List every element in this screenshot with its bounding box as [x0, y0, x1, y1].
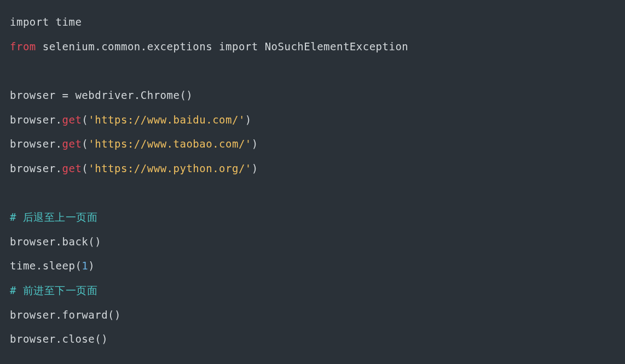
- token-plain: NoSuchElementException: [258, 40, 409, 52]
- token-string: 'https://www.python.org/': [88, 162, 251, 174]
- token-comment: # 前进至下一页面: [10, 284, 97, 296]
- token-call: get: [62, 114, 82, 126]
- token-plain: browser.back(): [10, 236, 101, 248]
- token-plain: browser.: [10, 138, 62, 150]
- token-paren: (: [82, 114, 88, 126]
- code-line: [10, 58, 615, 83]
- token-plain: time.sleep(: [10, 260, 82, 272]
- token-plain: browser = webdriver.Chrome(): [10, 89, 193, 101]
- code-line: from selenium.common.exceptions import N…: [10, 34, 615, 59]
- code-line: time.sleep(1): [10, 254, 615, 278]
- code-line: # 后退至上一页面: [10, 205, 615, 230]
- token-plain: browser.close(): [10, 333, 108, 345]
- token-call: get: [62, 138, 82, 150]
- token-num: 1: [82, 260, 88, 272]
- token-paren: ): [245, 114, 252, 126]
- code-line: # 前进至下一页面: [10, 278, 615, 303]
- token-plain: [10, 186, 16, 198]
- code-line: import time: [10, 10, 615, 34]
- token-plain: ): [88, 260, 95, 272]
- token-paren: ): [252, 138, 258, 150]
- code-block: import timefrom selenium.common.exceptio…: [0, 0, 625, 361]
- code-line: browser.get('https://www.taobao.com/'): [10, 132, 615, 156]
- code-line: browser.get('https://www.baidu.com/'): [10, 108, 615, 132]
- token-string: 'https://www.baidu.com/': [88, 114, 245, 126]
- token-plain: [10, 64, 16, 77]
- token-paren: (: [82, 162, 88, 174]
- token-plain: selenium.common.exceptions: [36, 40, 219, 52]
- code-line: browser.back(): [10, 230, 615, 254]
- token-string: 'https://www.taobao.com/': [88, 138, 251, 150]
- token-plain: browser.forward(): [10, 309, 121, 321]
- token-comment: # 后退至上一页面: [10, 211, 97, 223]
- code-line: [10, 180, 615, 205]
- token-plain: time: [49, 16, 82, 28]
- token-plain: browser.: [10, 162, 62, 174]
- token-kw-from: from: [10, 40, 36, 52]
- code-line: browser.close(): [10, 327, 615, 351]
- token-call: get: [62, 162, 82, 174]
- token-paren: (: [82, 138, 88, 150]
- code-line: browser = webdriver.Chrome(): [10, 83, 615, 108]
- token-plain: browser.: [10, 114, 62, 126]
- code-line: browser.get('https://www.python.org/'): [10, 156, 615, 181]
- token-paren: ): [252, 162, 258, 174]
- token-kw-import: import: [10, 16, 49, 28]
- token-kw-import: import: [219, 40, 258, 52]
- code-line: browser.forward(): [10, 303, 615, 327]
